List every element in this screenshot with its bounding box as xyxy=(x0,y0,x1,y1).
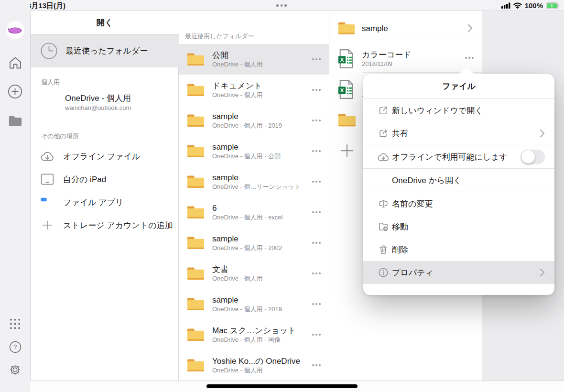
trash-icon xyxy=(378,244,389,255)
menu-item-properties[interactable]: プロパティ xyxy=(363,261,554,284)
menu-item-move[interactable]: 移動 xyxy=(363,215,554,238)
folder-name: Yoshie Ko...の OneDrive xyxy=(212,356,300,366)
home-indicator[interactable] xyxy=(206,384,358,388)
menu-item-rename[interactable]: 名前の変更 xyxy=(363,192,554,215)
rail-apps-button[interactable] xyxy=(0,318,30,330)
folder-row[interactable]: sampleOneDrive - 個…リーンショット xyxy=(179,166,329,197)
folder-location: OneDrive - 個人用 · excel xyxy=(212,213,282,222)
menu-item-label: 共有 xyxy=(392,128,408,139)
menu-item-delete[interactable]: 削除 xyxy=(363,238,554,261)
excel-file-icon xyxy=(338,49,354,69)
menu-item-label: オフラインで利用可能にします xyxy=(392,152,508,163)
folder-name: sample xyxy=(212,295,282,305)
context-menu-title: ファイル xyxy=(363,74,554,99)
folder-icon xyxy=(187,144,205,158)
more-button[interactable] xyxy=(312,242,321,244)
cloud-download-icon xyxy=(378,151,389,163)
file-date: 2018/11/09 xyxy=(362,60,412,68)
folder-name: 文書 xyxy=(212,264,262,274)
clock-icon xyxy=(40,42,58,60)
folder-location: OneDrive - 個人用 · 画像 xyxy=(212,336,296,344)
menu-item-open-new-window[interactable]: 新しいウィンドウで開く xyxy=(363,99,554,122)
rail-open-button[interactable] xyxy=(0,115,30,127)
more-button[interactable] xyxy=(312,89,321,91)
more-button[interactable] xyxy=(312,272,321,274)
file-name: カラーコード xyxy=(362,50,412,60)
rail-help-button[interactable] xyxy=(0,341,30,353)
folder-icon xyxy=(187,83,205,97)
files-app-icon xyxy=(40,197,54,208)
folder-icon xyxy=(187,113,205,128)
add-storage-account-button[interactable]: ストレージ アカウントの追加 xyxy=(31,214,179,237)
location-files-app[interactable]: ファイル アプリ xyxy=(31,191,179,214)
rename-icon xyxy=(378,198,389,209)
menu-item-open-from-onedrive[interactable]: OneDrive から開く xyxy=(363,169,554,192)
folder-row[interactable]: Yoshie Ko...の OneDriveOneDrive - 個人用 xyxy=(179,350,329,381)
excel-ipad-open-screen: 11:40 3月13日(月) 100% xyxy=(0,0,564,392)
chevron-right-icon xyxy=(540,268,545,277)
account-avatar[interactable] xyxy=(0,21,30,39)
location-my-ipad[interactable]: 自分の iPad xyxy=(31,168,179,191)
rail-new-button[interactable] xyxy=(0,84,30,99)
folder-row-selected[interactable]: 公開OneDrive - 個人用 xyxy=(179,44,329,75)
more-button[interactable] xyxy=(312,181,321,183)
home-icon xyxy=(8,56,22,69)
folder-location: OneDrive - 個人用 · 2019 xyxy=(212,305,282,314)
open-new-window-icon xyxy=(378,105,389,116)
more-button[interactable] xyxy=(312,303,321,305)
folder-icon xyxy=(187,327,205,342)
grid-dots-icon xyxy=(9,318,21,330)
open-panel: 開く 最近使ったフォルダー 個人用 OneDrive - 個人用 wanicha… xyxy=(31,11,179,381)
folder-row[interactable]: sampleOneDrive - 個人用 · 2019 xyxy=(179,105,329,136)
more-button[interactable] xyxy=(312,364,321,366)
status-date: 3月13日(月) xyxy=(27,1,65,11)
file-context-menu: ファイル 新しいウィンドウで開く 共有 オフラインで利用可能にします OneDr… xyxy=(363,74,554,295)
location-label: ファイル アプリ xyxy=(63,197,124,208)
folder-location: OneDrive - 個人用 · 2019 xyxy=(212,121,282,130)
plus-icon xyxy=(40,220,54,230)
recent-folders-list: 最近使用したフォルダー 公開OneDrive - 個人用 ドキュメントOneDr… xyxy=(179,11,329,381)
toggle-knob xyxy=(521,150,535,163)
folder-row[interactable]: sampleOneDrive - 個人用 · 2002 xyxy=(179,228,329,258)
share-icon xyxy=(378,128,389,139)
offline-toggle[interactable] xyxy=(521,150,545,164)
folder-icon xyxy=(187,266,205,281)
folder-name: 公開 xyxy=(212,50,262,60)
folder-name: sample xyxy=(212,234,282,244)
onedrive-account-item[interactable]: OneDrive - 個人用 wanichan@outlook.com xyxy=(40,93,174,112)
folder-row[interactable]: Mac スク…ンショットOneDrive - 個人用 · 画像 xyxy=(179,319,329,350)
more-button[interactable] xyxy=(312,120,321,121)
more-button[interactable] xyxy=(312,58,321,60)
folder-location: OneDrive - 個人用 xyxy=(212,60,262,69)
chevron-right-icon xyxy=(467,24,473,33)
folder-row[interactable]: 文書OneDrive - 個人用 xyxy=(179,258,329,289)
folder-row[interactable]: sampleOneDrive - 個人用 · 2019 xyxy=(179,289,329,319)
more-button[interactable] xyxy=(312,211,321,213)
menu-item-make-available-offline[interactable]: オフラインで利用可能にします xyxy=(363,145,554,168)
onedrive-account-email: wanichan@outlook.com xyxy=(65,104,131,112)
more-button[interactable] xyxy=(465,57,474,59)
more-button[interactable] xyxy=(312,150,321,152)
help-icon xyxy=(9,341,22,353)
browser-folder-row[interactable]: sample xyxy=(338,17,482,40)
folder-location: OneDrive - 個…リーンショット xyxy=(212,183,301,191)
rail-settings-button[interactable] xyxy=(0,363,30,376)
folder-filled-icon xyxy=(8,115,22,127)
folder-row[interactable]: 6OneDrive - 個人用 · excel xyxy=(179,197,329,228)
info-icon xyxy=(378,267,389,278)
multitasking-dots-handle[interactable] xyxy=(276,4,287,7)
folder-row[interactable]: ドキュメントOneDrive - 個人用 xyxy=(179,75,329,105)
rail-home-button[interactable] xyxy=(0,56,30,69)
location-offline-files[interactable]: オフライン ファイル xyxy=(31,145,179,168)
more-button[interactable] xyxy=(312,334,321,336)
folder-name: 6 xyxy=(212,203,282,213)
onedrive-cloud-icon xyxy=(40,97,58,109)
folder-icon xyxy=(187,297,205,311)
status-bar: 11:40 3月13日(月) 100% xyxy=(0,0,564,11)
folder-row[interactable]: sampleOneDrive - 個人用 · 公開 xyxy=(179,136,329,166)
app-rail xyxy=(0,0,30,392)
recent-folders-nav-item[interactable]: 最近使ったフォルダー xyxy=(31,34,179,67)
menu-item-share[interactable]: 共有 xyxy=(363,122,554,145)
folder-name: ドキュメント xyxy=(212,81,262,91)
battery-charging-icon xyxy=(546,2,560,9)
